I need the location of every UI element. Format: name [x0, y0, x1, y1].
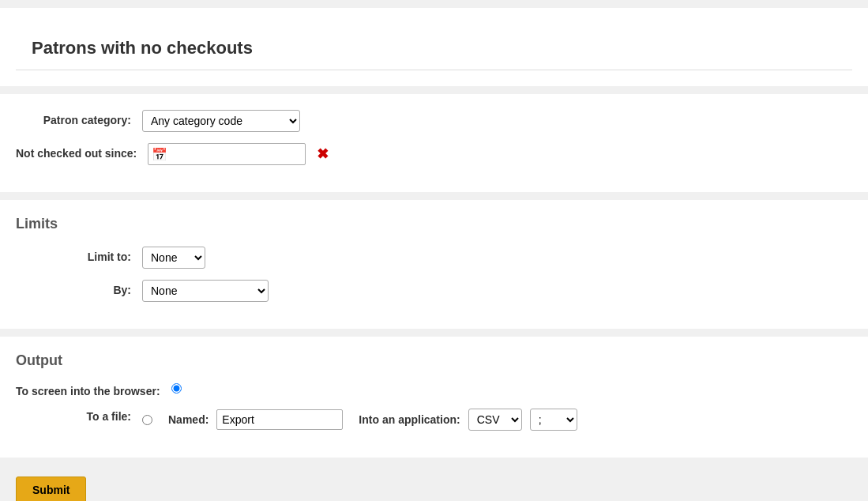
to-screen-row: To screen into the browser: [16, 383, 852, 397]
submit-bar: Submit [0, 465, 868, 501]
by-select[interactable]: None [142, 280, 269, 302]
to-file-radio[interactable] [142, 415, 152, 425]
csv-format-select[interactable]: CSV [468, 409, 522, 431]
main-form-section: Patron category: Any category code Not c… [0, 94, 868, 192]
by-row: By: None [16, 280, 852, 302]
into-app-label: Into an application: [359, 413, 460, 426]
to-file-row: To a file: Named: Into an application: C… [16, 409, 852, 431]
by-label: By: [16, 283, 142, 299]
patron-category-label: Patron category: [16, 113, 142, 129]
page-title: Patrons with no checkouts [16, 24, 852, 70]
patron-category-control: Any category code [142, 110, 300, 132]
to-file-controls: Named: Into an application: CSV ; [142, 409, 577, 431]
not-checked-out-control: 📅 ✖ [148, 143, 329, 165]
title-section: Patrons with no checkouts [0, 8, 868, 86]
file-name-input[interactable] [216, 409, 343, 430]
limit-to-select[interactable]: None [142, 247, 205, 269]
limits-section: Limits Limit to: None By: None [0, 200, 868, 329]
submit-button[interactable]: Submit [16, 477, 86, 501]
limits-title: Limits [16, 216, 852, 232]
to-file-label: To a file: [16, 409, 142, 423]
patron-category-select[interactable]: Any category code [142, 110, 300, 132]
not-checked-out-label: Not checked out since: [16, 146, 148, 162]
limit-to-row: Limit to: None [16, 247, 852, 269]
by-control: None [142, 280, 269, 302]
calendar-icon[interactable]: 📅 [152, 147, 167, 162]
to-screen-radio[interactable] [171, 383, 182, 394]
clear-date-icon[interactable]: ✖ [317, 145, 329, 163]
date-input-wrap: 📅 [148, 143, 306, 165]
separator-select[interactable]: ; [530, 409, 577, 431]
output-title: Output [16, 352, 852, 369]
patron-category-row: Patron category: Any category code [16, 110, 852, 132]
not-checked-out-row: Not checked out since: 📅 ✖ [16, 143, 852, 165]
page-wrapper: Patrons with no checkouts Patron categor… [0, 8, 868, 501]
limit-to-control: None [142, 247, 205, 269]
named-label: Named: [168, 413, 209, 426]
output-section: Output To screen into the browser: To a … [0, 337, 868, 458]
to-screen-control [171, 383, 182, 394]
limit-to-label: Limit to: [16, 250, 142, 266]
to-screen-label: To screen into the browser: [16, 383, 171, 397]
